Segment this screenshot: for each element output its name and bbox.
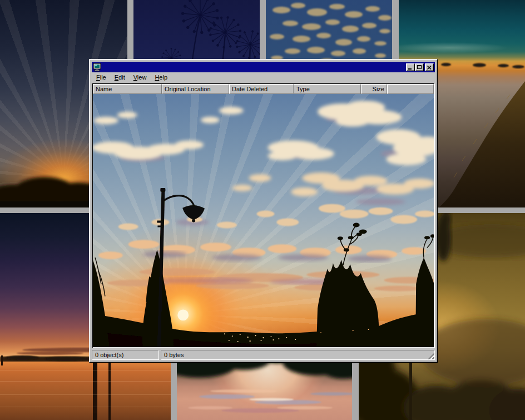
status-objects: 0 object(s) — [92, 350, 159, 360]
deleted-items-list[interactable]: Name Original Location Date Deleted Type… — [92, 83, 435, 348]
column-header-date-deleted[interactable]: Date Deleted — [229, 84, 294, 94]
minimize-icon — [408, 68, 412, 70]
sunset-photo-illustration — [93, 94, 434, 347]
status-bar: 0 object(s) 0 bytes — [92, 350, 435, 360]
status-bytes: 0 bytes — [161, 350, 435, 360]
menu-edit[interactable]: Edit — [111, 73, 130, 82]
menu-help[interactable]: Help — [151, 73, 172, 82]
column-header-type[interactable]: Type — [294, 84, 361, 94]
window-controls — [406, 63, 434, 71]
title-bar[interactable] — [92, 62, 435, 72]
minimize-button[interactable] — [406, 63, 415, 71]
close-icon — [427, 66, 432, 70]
column-header-name[interactable]: Name — [93, 84, 162, 94]
column-header-original-location[interactable]: Original Location — [162, 84, 229, 94]
maximize-icon — [417, 65, 422, 69]
menu-bar: File Edit View Help — [92, 72, 435, 82]
column-header-filler — [387, 84, 434, 94]
desktop: { "window": { "title": "", "titlebar_ico… — [0, 0, 525, 420]
column-header-row: Name Original Location Date Deleted Type… — [93, 84, 434, 94]
computer-icon[interactable] — [93, 63, 102, 72]
menu-file[interactable]: File — [92, 73, 111, 82]
menu-view[interactable]: View — [130, 73, 151, 82]
sunset-lamppost-photo — [93, 94, 434, 347]
close-button[interactable] — [425, 63, 434, 71]
recycle-bin-window: File Edit View Help Name Original Locati… — [89, 59, 438, 363]
maximize-button[interactable] — [415, 63, 424, 71]
column-header-size[interactable]: Size — [361, 84, 387, 94]
